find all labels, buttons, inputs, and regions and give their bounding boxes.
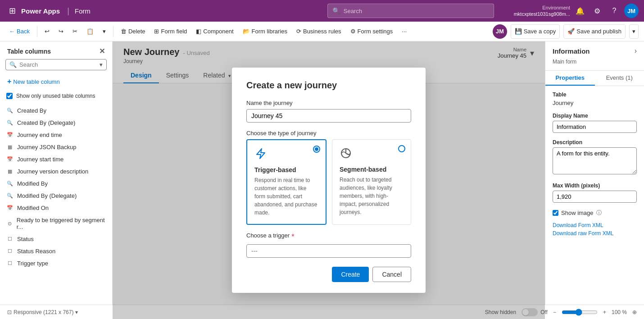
display-name-input[interactable]: [553, 121, 637, 133]
business-rules-button[interactable]: ⟳ Business rules: [293, 26, 345, 36]
sidebar-item[interactable]: 📅Journey end time: [0, 129, 112, 141]
sidebar-filter-icon[interactable]: ▾: [100, 61, 103, 68]
user-avatar-cmd[interactable]: JM: [493, 24, 507, 39]
delete-button[interactable]: 🗑 Delete: [117, 26, 149, 36]
max-width-input[interactable]: [553, 191, 637, 203]
journey-type-selection: Trigger-based Respond in real time to cu…: [246, 139, 411, 225]
copy-button[interactable]: 📋: [83, 26, 97, 36]
sidebar-close-icon[interactable]: ✕: [99, 47, 105, 55]
save-publish-dropdown[interactable]: ▾: [629, 24, 639, 39]
sidebar-item-icon: ▦: [6, 144, 14, 150]
segment-type-name: Segment-based: [340, 166, 404, 173]
right-panel-subtitle: Main form: [545, 59, 644, 71]
download-form-xml-link[interactable]: Download Form XML: [553, 222, 637, 228]
segment-icon: [340, 147, 404, 162]
fit-icon[interactable]: ⊕: [632, 309, 637, 315]
sidebar-item[interactable]: ▦Journey JSON Backup: [0, 141, 112, 153]
sidebar-item-icon: 📅: [6, 205, 14, 211]
responsive-icon: ⊡: [7, 309, 12, 315]
global-search-box[interactable]: 🔍: [327, 4, 494, 18]
journey-name-label: Name the journey: [246, 100, 411, 106]
sidebar-item[interactable]: ☐Status: [0, 233, 112, 245]
save-publish-button[interactable]: 🚀 Save and publish: [563, 24, 626, 39]
sidebar-item[interactable]: ⊙Ready to be triggered by segment r...: [0, 214, 112, 233]
sidebar-item[interactable]: 🔍Modified By (Delegate): [0, 190, 112, 202]
right-tab-events[interactable]: Events (1): [595, 71, 644, 86]
undo-button[interactable]: ↩: [41, 26, 53, 36]
sidebar-item[interactable]: 🔍Modified By: [0, 178, 112, 190]
help-icon[interactable]: ?: [607, 4, 621, 18]
sidebar-item-label: Journey end time: [17, 132, 62, 138]
type-card-trigger[interactable]: Trigger-based Respond in real time to cu…: [246, 139, 327, 225]
settings-icon[interactable]: ⚙: [590, 4, 604, 18]
sidebar-item-label: Modified On: [17, 205, 49, 211]
search-input[interactable]: [344, 8, 489, 14]
sidebar-item[interactable]: ☐Trigger type: [0, 257, 112, 269]
sidebar-item[interactable]: 🔍Created By (Delegate): [0, 117, 112, 129]
table-value: Journey: [553, 100, 637, 106]
trigger-dropdown-label: Choose a trigger: [246, 232, 290, 239]
modal-actions: Create Cancel: [246, 267, 411, 282]
display-name-label: Display Name: [553, 113, 637, 119]
radio-trigger: [313, 146, 320, 153]
form-libraries-button[interactable]: 📂 Form libraries: [239, 26, 291, 36]
right-tab-properties[interactable]: Properties: [545, 71, 595, 86]
sidebar-item[interactable]: 🔍Created By: [0, 105, 112, 117]
form-field-button[interactable]: ⊞ Form field: [150, 26, 190, 36]
sidebar-item[interactable]: 📅Journey start time: [0, 153, 112, 165]
trigger-icon: [254, 147, 318, 163]
delete-icon: 🗑: [121, 28, 127, 35]
sidebar-item-icon: 🔍: [6, 120, 14, 126]
sidebar-search-box[interactable]: 🔍 ▾: [5, 59, 107, 70]
sidebar-item[interactable]: 📅Modified On: [0, 202, 112, 214]
sidebar-item-label: Journey JSON Backup: [17, 144, 77, 150]
back-button[interactable]: ← Back: [5, 26, 33, 36]
user-avatar[interactable]: JM: [624, 4, 639, 18]
sidebar-item[interactable]: ▦Journey version description: [0, 165, 112, 178]
description-textarea[interactable]: A form for this entity.: [553, 147, 637, 174]
form-settings-button[interactable]: ⚙ Form settings: [347, 26, 397, 36]
sidebar-item-label: Status: [17, 236, 34, 242]
more-options-button[interactable]: ···: [398, 26, 410, 36]
create-button[interactable]: Create: [332, 267, 369, 282]
sidebar-search-icon: 🔍: [9, 61, 17, 68]
sidebar-item[interactable]: ☐Status Reason: [0, 245, 112, 257]
show-unused-checkbox[interactable]: [6, 93, 13, 99]
sidebar-search-input[interactable]: [19, 61, 97, 68]
trigger-dropdown-input[interactable]: [246, 244, 411, 258]
sidebar-item-icon: ☐: [6, 248, 14, 254]
redo-button[interactable]: ↪: [55, 26, 67, 36]
sidebar-item-list: 🔍Created By🔍Created By (Delegate)📅Journe…: [0, 103, 112, 319]
show-image-label: Show image: [561, 210, 594, 216]
zoom-slider[interactable]: [562, 309, 598, 316]
right-panel-expand-icon[interactable]: ›: [635, 47, 637, 55]
title-separator: |: [67, 6, 69, 16]
trigger-required-mark: *: [291, 233, 294, 241]
type-card-segment[interactable]: Segment-based Reach out to targeted audi…: [332, 139, 411, 225]
download-raw-xml-link[interactable]: Download raw Form XML: [553, 230, 637, 237]
journey-name-input[interactable]: [246, 109, 411, 123]
sidebar-title: Table columns: [7, 48, 51, 55]
save-copy-button[interactable]: 💾 Save a copy: [511, 24, 560, 39]
component-button[interactable]: ◧ Component: [192, 26, 237, 36]
cut-button[interactable]: ✂: [69, 26, 81, 36]
show-image-checkbox[interactable]: [553, 210, 558, 216]
command-bar: ← Back ↩ ↪ ✂ 📋 ▾ 🗑 Delete ⊞ Form field ◧…: [0, 22, 644, 41]
more-button[interactable]: ▾: [99, 26, 109, 36]
waffle-icon[interactable]: ⊞: [9, 6, 16, 16]
notification-icon[interactable]: 🔔: [573, 4, 587, 18]
zoom-minus-icon[interactable]: −: [553, 309, 556, 315]
trigger-type-name: Trigger-based: [254, 166, 318, 173]
journey-type-label: Choose the type of journey: [246, 130, 411, 137]
zoom-plus-icon[interactable]: +: [603, 309, 606, 315]
search-icon: 🔍: [332, 7, 340, 14]
table-label: Table: [553, 91, 637, 98]
page-name: Form: [75, 7, 91, 15]
new-table-column-button[interactable]: + New table column: [5, 76, 62, 87]
sidebar-header: Table columns ✕: [0, 41, 112, 59]
sidebar-item-icon: 🔍: [6, 108, 14, 114]
sidebar-item-label: Ready to be triggered by segment r...: [17, 217, 106, 230]
cancel-button[interactable]: Cancel: [372, 267, 411, 282]
right-panel-content: Table Journey Display Name Description A…: [545, 86, 644, 319]
responsive-label[interactable]: ⊡ Responsive (1221 x 767) ▾: [7, 309, 78, 315]
